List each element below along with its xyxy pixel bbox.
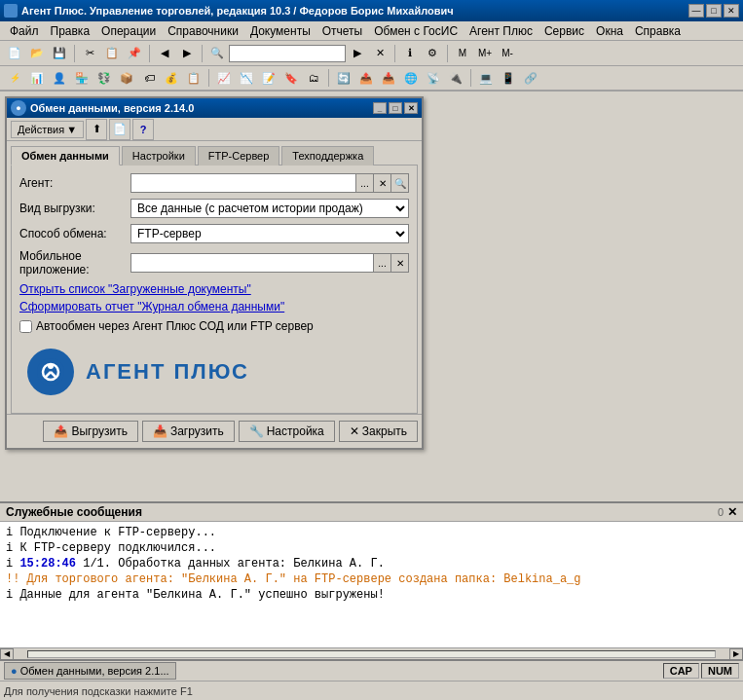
tb2-btn2[interactable]: 📊: [26, 67, 48, 89]
tb2-btn3[interactable]: 👤: [49, 67, 70, 89]
menu-operations[interactable]: Операции: [95, 22, 162, 40]
actions-arrow: ▼: [66, 124, 77, 135]
tab-exchange[interactable]: Обмен данными: [11, 146, 120, 166]
tb2-btn4[interactable]: 🏪: [71, 67, 93, 89]
close-button[interactable]: ✕: [724, 4, 739, 18]
agent-input[interactable]: [131, 174, 355, 192]
messages-count: 0: [718, 506, 724, 518]
taskbar: ● Обмен данными, версия 2.1... CAP NUM: [0, 659, 743, 681]
menu-service[interactable]: Сервис: [539, 22, 590, 40]
separator-1: [74, 45, 75, 62]
separator-4: [394, 45, 395, 62]
tb2-btn1[interactable]: ⚡: [4, 67, 25, 89]
msg-prefix-4: !!: [6, 572, 27, 586]
tb-save-btn[interactable]: 💾: [49, 43, 70, 64]
menu-exchange[interactable]: Обмен с ГосИС: [368, 22, 464, 40]
tb2-btn22[interactable]: 📱: [498, 67, 519, 89]
tb2-btn23[interactable]: 🔗: [520, 67, 541, 89]
messages-close-btn[interactable]: ✕: [727, 505, 737, 519]
taskbar-item-exchange[interactable]: ● Обмен данными, версия 2.1...: [4, 662, 176, 680]
tb-back-btn[interactable]: ◀: [154, 43, 175, 64]
tb-m-minus-btn[interactable]: M-: [497, 43, 518, 64]
dialog-minimize-btn[interactable]: _: [373, 102, 387, 114]
scroll-right-btn[interactable]: ▶: [729, 648, 743, 660]
mobile-clear-btn[interactable]: ✕: [390, 254, 408, 272]
tb2-btn8[interactable]: 💰: [161, 67, 182, 89]
tb2-btn15[interactable]: 🔄: [333, 67, 354, 89]
menu-references[interactable]: Справочники: [162, 22, 244, 40]
tb2-btn14[interactable]: 🗂: [303, 67, 324, 89]
tb2-btn13[interactable]: 🔖: [280, 67, 302, 89]
tb2-btn16[interactable]: 📤: [355, 67, 377, 89]
download-button[interactable]: 📥 Загрузить: [142, 421, 235, 442]
tb2-btn17[interactable]: 📥: [378, 67, 399, 89]
tb2-btn12[interactable]: 📝: [258, 67, 279, 89]
tab-settings[interactable]: Настройки: [122, 146, 196, 166]
tb-m-btn[interactable]: M: [452, 43, 473, 64]
create-report-link[interactable]: Сформировать отчет "Журнал обмена данным…: [19, 300, 409, 313]
tb2-btn5[interactable]: 💱: [93, 67, 115, 89]
dialog-close-btn[interactable]: ✕: [404, 102, 418, 114]
tb-m-plus-btn[interactable]: M+: [474, 43, 496, 64]
dialog-tb-btn1[interactable]: ⬆: [86, 119, 107, 140]
toolbar-search-input[interactable]: [229, 45, 346, 62]
tb-cut-btn[interactable]: ✂: [79, 43, 100, 64]
scroll-left-btn[interactable]: ◀: [0, 648, 14, 660]
tb-open-btn[interactable]: 📂: [26, 43, 48, 64]
upload-button[interactable]: 📤 Выгрузить: [43, 421, 138, 442]
toolbar-2: ⚡ 📊 👤 🏪 💱 📦 🏷 💰 📋 📈 📉 📝 🔖 🗂 🔄 📤 📥 🌐 📡 🔌 …: [0, 66, 743, 92]
minimize-button[interactable]: —: [688, 4, 704, 18]
taskbar-item-label: Обмен данными, версия 2.1...: [20, 665, 169, 677]
agent-search-btn[interactable]: 🔍: [390, 174, 408, 192]
menu-windows[interactable]: Окна: [590, 22, 629, 40]
separator-3: [202, 45, 203, 62]
tb2-btn19[interactable]: 📡: [423, 67, 444, 89]
mobile-dots-btn[interactable]: ...: [373, 254, 390, 272]
settings-dialog-button[interactable]: 🔧 Настройка: [239, 421, 335, 442]
tb2-btn7[interactable]: 🏷: [138, 67, 160, 89]
tab-ftp[interactable]: FTP-Сервер: [198, 146, 280, 166]
tb-search-btn[interactable]: 🔍: [206, 43, 228, 64]
menu-edit[interactable]: Правка: [45, 22, 96, 40]
upload-label: Выгрузить: [71, 424, 128, 438]
tb2-btn18[interactable]: 🌐: [400, 67, 422, 89]
tb-paste-btn[interactable]: 📌: [124, 43, 145, 64]
upload-icon: 📤: [54, 424, 68, 438]
close-dialog-button[interactable]: ✕ Закрыть: [339, 421, 418, 442]
menu-file[interactable]: Файл: [4, 22, 45, 40]
tb-info-btn[interactable]: ℹ: [399, 43, 421, 64]
maximize-button[interactable]: □: [706, 4, 722, 18]
menu-help[interactable]: Справка: [629, 22, 687, 40]
tab-support[interactable]: Техподдержка: [281, 146, 374, 166]
view-select[interactable]: Все данные (с расчетом истории продаж): [130, 199, 409, 218]
tb2-btn6[interactable]: 📦: [116, 67, 137, 89]
autoexchange-checkbox[interactable]: [19, 320, 32, 333]
tb-new-btn[interactable]: 📄: [4, 43, 25, 64]
menu-agentplus[interactable]: Агент Плюс: [464, 22, 539, 40]
menu-reports[interactable]: Отчеты: [316, 22, 368, 40]
mobile-row: Мобильное приложение: ... ✕: [19, 249, 409, 276]
dialog-help-btn[interactable]: ?: [132, 119, 154, 140]
dialog-tb-btn2[interactable]: 📄: [109, 119, 130, 140]
dialog-maximize-btn[interactable]: □: [389, 102, 402, 114]
open-docs-link[interactable]: Открыть список "Загруженные документы": [19, 282, 409, 296]
tb2-btn21[interactable]: 💻: [475, 67, 497, 89]
tb2-btn11[interactable]: 📉: [236, 67, 257, 89]
tb-clear-btn[interactable]: ✕: [369, 43, 390, 64]
tb-forward-btn[interactable]: ▶: [176, 43, 198, 64]
tb2-btn20[interactable]: 🔌: [445, 67, 466, 89]
actions-button[interactable]: Действия ▼: [11, 121, 84, 138]
status-indicators: CAP NUM: [663, 663, 739, 679]
mobile-input[interactable]: [131, 254, 373, 272]
tb-copy-btn[interactable]: 📋: [101, 43, 123, 64]
agent-dots-btn[interactable]: ...: [355, 174, 373, 192]
tb-settings-btn[interactable]: ⚙: [422, 43, 443, 64]
messages-title-bar: Служебные сообщения 0 ✕: [0, 503, 743, 522]
tb2-btn9[interactable]: 📋: [183, 67, 204, 89]
scroll-track[interactable]: [27, 650, 716, 658]
method-select[interactable]: FTP-сервер: [130, 224, 409, 243]
agent-clear-btn[interactable]: ✕: [373, 174, 390, 192]
tb2-btn10[interactable]: 📈: [213, 67, 235, 89]
menu-documents[interactable]: Документы: [244, 22, 316, 40]
tb-go-btn[interactable]: ▶: [347, 43, 368, 64]
